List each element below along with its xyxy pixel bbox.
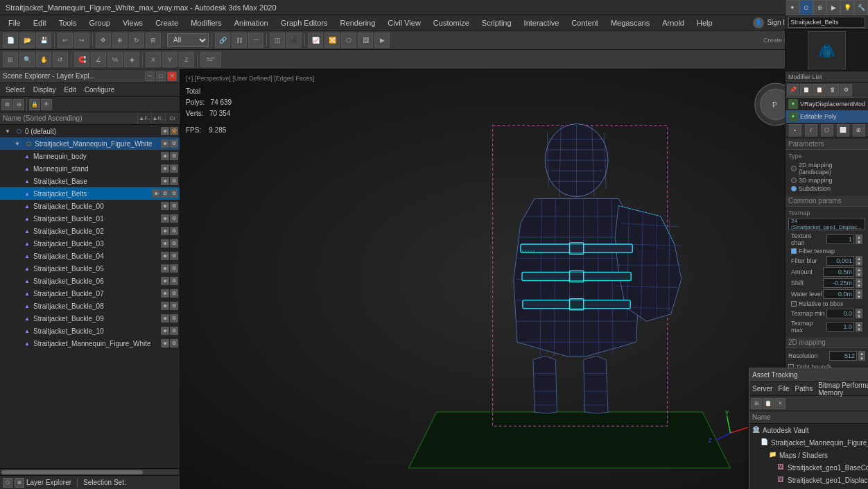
list-item[interactable]: ▲ Straitjacket_Belts 👁 ⚙ ⚙ bbox=[0, 187, 180, 200]
render-dot[interactable]: ⚙ bbox=[170, 239, 178, 248]
render-dot[interactable]: ⚙ bbox=[170, 302, 178, 310]
orbit-button[interactable]: ↺ bbox=[53, 52, 68, 67]
render-dot[interactable]: ⚙ bbox=[170, 327, 178, 335]
menu-edit[interactable]: Edit bbox=[28, 17, 52, 28]
redo-button[interactable]: ↪ bbox=[74, 33, 89, 48]
menu-views[interactable]: Views bbox=[117, 17, 148, 28]
list-item[interactable]: ▲ Mannequin_stand 👁 ⚙ bbox=[0, 162, 180, 175]
filter-blur-input[interactable] bbox=[826, 256, 854, 266]
render-dot[interactable]: ⚙ bbox=[170, 139, 178, 148]
bind-to-space-warp[interactable]: 〰 bbox=[248, 33, 263, 48]
delete-mod-button[interactable]: 🗑 bbox=[826, 84, 839, 96]
spinner-up-6[interactable]: ▲ bbox=[856, 309, 862, 314]
spinner-down[interactable]: ▼ bbox=[856, 239, 862, 244]
modifier-editable-poly[interactable]: ✦ Editable Poly bbox=[785, 110, 868, 123]
shift-input[interactable] bbox=[823, 278, 854, 288]
edge-mode-button[interactable]: / bbox=[805, 124, 817, 137]
menu-content[interactable]: Content bbox=[566, 17, 604, 28]
list-item[interactable]: 🖼 Straitjacket_geo1_Displace.png Found bbox=[749, 474, 868, 486]
polygon-mode-button[interactable]: ⬜ bbox=[837, 124, 849, 137]
rotate-button[interactable]: ↻ bbox=[129, 33, 144, 48]
spinner-up-8[interactable]: ▲ bbox=[858, 351, 865, 356]
se-filter-button[interactable]: ⊠ bbox=[1, 99, 12, 110]
list-item[interactable]: 🏦 Autodesk Vault Logged... bbox=[749, 424, 868, 436]
vis-dot[interactable]: 👁 bbox=[161, 164, 169, 173]
se-scrollbar-thumb[interactable] bbox=[1, 470, 143, 474]
vis-dot[interactable]: 👁 bbox=[161, 314, 169, 323]
save-button[interactable]: 💾 bbox=[36, 33, 51, 48]
se-lock-button[interactable]: 🔒 bbox=[29, 99, 40, 110]
render-dot[interactable]: ⚙ bbox=[170, 227, 178, 235]
radio-3d-mapping[interactable]: 3D mapping bbox=[788, 176, 865, 185]
water-level-spinner[interactable]: ▲ ▼ bbox=[823, 289, 862, 299]
list-item[interactable]: ▲Straitjacket_Buckle_02👁⚙ bbox=[0, 225, 180, 237]
render-dot[interactable]: ⚙ bbox=[170, 177, 178, 185]
schematic-view-button[interactable]: 🔀 bbox=[324, 33, 340, 48]
modifier-vray-displacement[interactable]: ✦ VRayDisplacementMod bbox=[785, 98, 868, 110]
display-tab[interactable]: 💡 bbox=[840, 0, 854, 15]
vis-dot[interactable]: 👁 bbox=[161, 302, 169, 310]
menu-rendering[interactable]: Rendering bbox=[335, 17, 381, 28]
vis-dot[interactable]: 👁 bbox=[152, 189, 160, 198]
asset-toolbar-btn-1[interactable]: ⊞ bbox=[751, 398, 762, 409]
shift-spinner[interactable]: ▲ ▼ bbox=[823, 278, 862, 288]
render-button[interactable]: ▶ bbox=[374, 33, 390, 48]
filter-blur-spinner[interactable]: ▲ ▼ bbox=[826, 256, 862, 266]
z-axis[interactable]: Z bbox=[179, 52, 194, 67]
align-button[interactable]: ⬛ bbox=[286, 33, 302, 48]
list-item[interactable]: ▲Straitjacket_Buckle_05👁⚙ bbox=[0, 262, 180, 275]
filter-texmap-checkbox[interactable] bbox=[791, 248, 797, 254]
vis-dot[interactable]: 👁 bbox=[161, 152, 169, 160]
se-vis-button[interactable]: 👁 bbox=[41, 99, 52, 110]
list-item[interactable]: ▲Straitjacket_Buckle_07👁⚙ bbox=[0, 287, 180, 300]
se-sort-button[interactable]: ⊞ bbox=[13, 99, 24, 110]
new-scene-button[interactable]: 📄 bbox=[3, 33, 18, 48]
radio-2d-mapping[interactable]: 2D mapping (landscape) bbox=[788, 161, 865, 176]
hierarchy-tab[interactable]: ⊕ bbox=[813, 0, 827, 15]
asset-toolbar-btn-3[interactable]: ✕ bbox=[774, 398, 785, 409]
list-item[interactable]: ▲ Straitjacket_Base 👁 ⚙ bbox=[0, 175, 180, 187]
mirror-button[interactable]: ◫ bbox=[270, 33, 285, 48]
unlink-button[interactable]: ⛓ bbox=[232, 33, 247, 48]
spinner-up-5[interactable]: ▲ bbox=[856, 289, 862, 294]
texture-chan-spinner[interactable]: ▲ ▼ bbox=[826, 234, 862, 244]
spinner-down-8[interactable]: ▼ bbox=[858, 356, 865, 361]
motion-tab[interactable]: ▶ bbox=[826, 0, 840, 15]
vis-dot[interactable]: 👁 bbox=[161, 277, 169, 285]
vertex-mode-button[interactable]: • bbox=[789, 124, 801, 137]
vis-dot[interactable]: 👁 bbox=[161, 252, 169, 260]
select-object-button[interactable]: ✥ bbox=[96, 33, 111, 48]
render-dot[interactable]: ⚙ bbox=[170, 289, 178, 298]
spinner-up-7[interactable]: ▲ bbox=[856, 322, 862, 327]
link-button[interactable]: 🔗 bbox=[215, 33, 230, 48]
spinner-up-3[interactable]: ▲ bbox=[856, 267, 862, 272]
menu-file[interactable]: File bbox=[3, 17, 26, 28]
extra-dot[interactable]: ⚙ bbox=[170, 189, 178, 198]
texture-chan-input[interactable] bbox=[826, 234, 854, 244]
utilities-tab[interactable]: 🔧 bbox=[854, 0, 868, 15]
relative-bbox-checkbox[interactable] bbox=[791, 301, 797, 307]
render-dot[interactable]: ⚙ bbox=[170, 214, 178, 223]
list-item[interactable]: ▲Straitjacket_Buckle_06👁⚙ bbox=[0, 275, 180, 287]
se-footer-icon-1[interactable]: ⬡ bbox=[3, 478, 12, 488]
configure-mod-button[interactable]: ⚙ bbox=[840, 84, 852, 96]
spinner-down-7[interactable]: ▼ bbox=[856, 327, 862, 332]
texmap-max-spinner[interactable]: ▲ ▼ bbox=[826, 322, 862, 332]
menu-scripting[interactable]: Scripting bbox=[476, 17, 517, 28]
texmap-min-input[interactable] bbox=[826, 309, 854, 318]
list-item[interactable]: ▲Straitjacket_Buckle_08👁⚙ bbox=[0, 300, 180, 312]
vis-dot[interactable]: 👁 bbox=[161, 239, 169, 248]
viewport[interactable]: [+] [Perspective] [User Defined] [Edged … bbox=[180, 69, 868, 489]
graph-editor-button[interactable]: 📈 bbox=[308, 33, 323, 48]
material-editor-button[interactable]: ⬡ bbox=[341, 33, 356, 48]
se-maximize-button[interactable]: □ bbox=[156, 71, 166, 81]
menu-civil-view[interactable]: Civil View bbox=[382, 17, 426, 28]
se-menu-display[interactable]: Display bbox=[31, 85, 59, 94]
vis-dot[interactable]: 👁 bbox=[161, 202, 169, 210]
spinner-down-5[interactable]: ▼ bbox=[856, 294, 862, 299]
zoom-button[interactable]: 🔍 bbox=[19, 52, 35, 67]
vis-dot[interactable]: 👁 bbox=[161, 289, 169, 298]
radio-subdivision[interactable]: Subdivision bbox=[788, 185, 865, 193]
asset-menu-bitmap[interactable]: Bitmap Performance and Memory bbox=[818, 381, 868, 397]
render-dot[interactable]: ⚙ bbox=[170, 314, 178, 323]
